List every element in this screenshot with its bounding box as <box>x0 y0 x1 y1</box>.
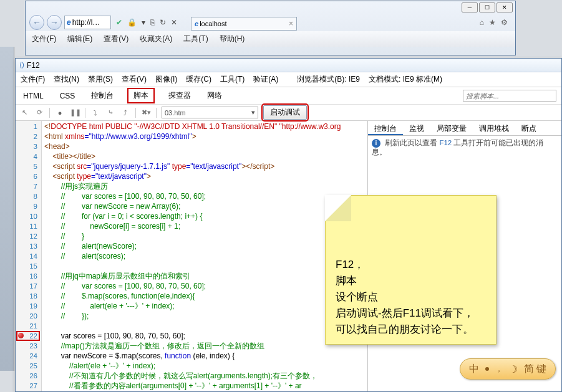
annotation-note: F12， 脚本 设个断点 启动调试-然后F11调试看下， 可以找自己的朋友讨论一… <box>325 195 497 345</box>
menu-file[interactable]: 文件(F) <box>32 34 56 44</box>
tab-console[interactable]: 控制台 <box>89 88 116 103</box>
note-line: 启动调试-然后F11调试看下， <box>336 305 490 322</box>
dt-menu-image[interactable]: 图像(I) <box>155 74 177 85</box>
rtab-callstack[interactable]: 调用堆栈 <box>473 121 515 135</box>
ie-icon: e <box>67 18 71 27</box>
dt-menu-view[interactable]: 查看(V) <box>122 74 147 85</box>
right-pane-tabs: 控制台 监视 局部变量 调用堆栈 断点 <box>368 121 561 136</box>
ie-address-row: ← → e http://l… ✔ 🔒 ▾ ⎘ ↻ ✕ e localhost … <box>26 14 515 31</box>
separator <box>85 108 85 118</box>
menu-edit[interactable]: 编辑(E) <box>67 34 92 44</box>
back-button[interactable]: ← <box>29 15 44 30</box>
dt-menu-cache[interactable]: 缓存(C) <box>186 74 211 85</box>
refresh-icon[interactable]: ⟳ <box>34 108 44 117</box>
file-dropdown[interactable]: 03.htm ▾ <box>162 107 258 118</box>
ime-dot-icon <box>485 367 489 371</box>
tab-css[interactable]: CSS <box>57 90 78 102</box>
lock-icon[interactable]: 🔒 <box>127 18 137 27</box>
menu-tools[interactable]: 工具(T) <box>183 34 208 44</box>
devtools-titlebar: ⟨⟩ F12 <box>16 59 561 72</box>
compat-icon[interactable]: ⎘ <box>150 18 155 27</box>
devtools-tabs: HTML CSS 控制台 脚本 探查器 网络 <box>16 87 561 105</box>
chevron-down-icon: ▾ <box>251 108 255 117</box>
tab-script[interactable]: 脚本 <box>127 88 155 103</box>
rtab-watch[interactable]: 监视 <box>403 121 430 135</box>
dt-menu-validate[interactable]: 验证(A) <box>253 74 278 85</box>
ime-moon-icon[interactable]: ☽ <box>509 363 518 375</box>
note-line: F12， <box>336 257 490 273</box>
console-message: 刷新此页以查看 F12 工具打开前可能已出现的消息。 <box>372 139 543 156</box>
dt-menu-tools[interactable]: 工具(T) <box>220 74 245 85</box>
separator <box>156 108 157 118</box>
separator <box>135 108 136 118</box>
tab-profiler[interactable]: 探查器 <box>166 88 193 103</box>
script-toolbar: ↖ ⟳ ● ❚❚ ⤵ ⤷ ⤴ ✖▾ 03.htm ▾ 启动调试 <box>16 105 561 121</box>
menu-view[interactable]: 查看(V) <box>104 34 128 44</box>
home-icon[interactable]: ⌂ <box>480 18 484 27</box>
ie-menu-bar: 文件(F) 编辑(E) 查看(V) 收藏夹(A) 工具(T) 帮助(H) <box>26 31 515 47</box>
config-icon[interactable]: ✖▾ <box>141 108 151 117</box>
close-button[interactable]: ✕ <box>497 2 513 12</box>
start-debug-button[interactable]: 启动调试 <box>263 105 307 120</box>
tab-favicon: e <box>195 20 198 27</box>
shield-icon[interactable]: ✔ <box>116 18 122 27</box>
code-pane: 1234567891011121314151617181920212223242… <box>16 121 368 391</box>
dt-menu-file[interactable]: 文件(F) <box>21 74 45 85</box>
minimize-button[interactable]: ─ <box>462 2 478 12</box>
menu-favorites[interactable]: 收藏夹(A) <box>140 34 172 44</box>
dt-menu-find[interactable]: 查找(N) <box>54 74 79 85</box>
devtools-menubar: 文件(F) 查找(N) 禁用(S) 查看(V) 图像(I) 缓存(C) 工具(T… <box>16 72 561 87</box>
play-icon[interactable]: ● <box>55 109 65 117</box>
tab-close-icon[interactable]: × <box>289 19 293 28</box>
search-script-input[interactable] <box>463 90 556 102</box>
tab-title: localhost <box>200 20 226 27</box>
code-editor[interactable]: <!DOCTYPE html PUBLIC "-//W3C//DTD XHTML… <box>42 121 367 391</box>
devtools-title: F12 <box>27 61 40 70</box>
menu-help[interactable]: 帮助(H) <box>220 34 245 44</box>
step-into-icon[interactable]: ⤷ <box>105 108 115 117</box>
step-over-icon[interactable]: ⤵ <box>90 109 100 117</box>
pause-icon[interactable]: ❚❚ <box>70 108 80 117</box>
address-icons: ✔ 🔒 ▾ ⎘ ↻ ✕ <box>116 18 177 27</box>
settings-gear-icon[interactable]: ⚙ <box>501 18 508 27</box>
ime-toolbar[interactable]: 中 ， ☽ 简 键 <box>460 358 556 380</box>
tab-html[interactable]: HTML <box>21 90 46 102</box>
ime-keys[interactable]: 简 键 <box>524 363 546 376</box>
dropdown-icon[interactable]: ▾ <box>142 18 145 27</box>
note-line: 可以找自己的朋友讨论一下。 <box>336 322 490 338</box>
ie-window: ─ ☐ ✕ ← → e http://l… ✔ 🔒 ▾ ⎘ ↻ ✕ e loca… <box>25 1 516 55</box>
browser-tab[interactable]: e localhost × <box>191 17 297 31</box>
forward-button[interactable]: → <box>47 15 62 30</box>
refresh-icon[interactable]: ↻ <box>160 18 166 27</box>
document-mode[interactable]: 文档模式: IE9 标准(M) <box>369 74 442 85</box>
rtab-console[interactable]: 控制台 <box>368 121 403 135</box>
step-out-icon[interactable]: ⤴ <box>120 109 130 117</box>
tab-network[interactable]: 网络 <box>205 88 225 103</box>
note-fold <box>325 195 351 221</box>
tab-bar: e localhost × <box>191 14 477 31</box>
separator <box>49 108 50 118</box>
file-name: 03.htm <box>165 109 186 117</box>
url-text: http://l… <box>72 18 100 27</box>
select-element-icon[interactable]: ↖ <box>19 108 29 117</box>
rtab-breakpoints[interactable]: 断点 <box>515 121 543 135</box>
address-bar[interactable]: e http://l… <box>64 16 111 29</box>
browser-mode[interactable]: 浏览器模式(B): IE9 <box>297 74 360 85</box>
maximize-button[interactable]: ☐ <box>479 2 495 12</box>
note-line: 设个断点 <box>336 289 490 305</box>
note-line: 脚本 <box>336 273 490 289</box>
favorites-icon[interactable]: ★ <box>489 18 496 27</box>
ime-dot-icon: ， <box>495 364 503 375</box>
info-icon: i <box>372 139 380 148</box>
dt-menu-disable[interactable]: 禁用(S) <box>88 74 113 85</box>
stop-icon[interactable]: ✕ <box>171 18 177 27</box>
devtools-icon: ⟨⟩ <box>19 61 24 69</box>
toolbar-right: ⌂ ★ ⚙ <box>480 18 511 27</box>
background-strip <box>0 47 14 371</box>
ie-titlebar: ─ ☐ ✕ <box>26 1 515 14</box>
rtab-locals[interactable]: 局部变量 <box>430 121 473 135</box>
line-gutter[interactable]: 1234567891011121314151617181920212223242… <box>16 121 42 391</box>
ime-mode[interactable]: 中 <box>469 363 479 376</box>
